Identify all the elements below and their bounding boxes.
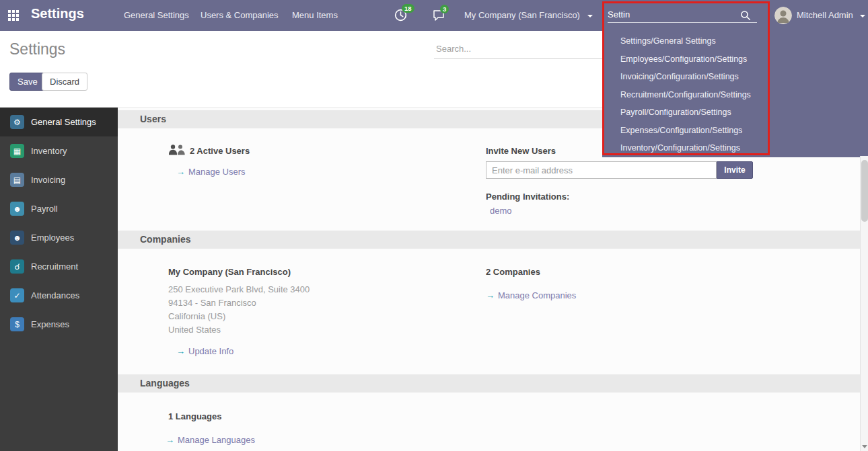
navbar-search-dropdown: Settings/General Settings Employees/Conf… — [602, 31, 868, 157]
top-navbar: Settings General Settings Users & Compan… — [0, 0, 868, 31]
messages-badge: 3 — [440, 5, 449, 13]
sidebar-item-label: Attendances — [31, 290, 79, 300]
active-users-count: 2 Active Users — [190, 146, 250, 156]
company-name: My Company (San Francisco) — [168, 267, 291, 277]
navbar-search-input[interactable] — [608, 5, 735, 23]
app-title[interactable]: Settings — [31, 6, 84, 22]
page-title: Settings — [9, 40, 65, 58]
company-switcher-label: My Company (San Francisco) — [464, 10, 580, 20]
sidebar-item-inventory[interactable]: ▦ Inventory — [0, 136, 118, 165]
company-switcher[interactable]: My Company (San Francisco) — [464, 0, 593, 31]
search-result[interactable]: Invoicing/Configuration/Settings — [602, 68, 868, 86]
menu-general-settings[interactable]: General Settings — [124, 0, 189, 31]
search-result[interactable]: Settings/General Settings — [602, 32, 868, 50]
invite-button[interactable]: Invite — [717, 161, 753, 179]
pending-invitation-demo-link[interactable]: demo — [490, 206, 512, 216]
sidebar-item-label: Recruitment — [31, 261, 78, 272]
invite-new-users-label: Invite New Users — [486, 146, 556, 156]
settings-content: Users 2 Active Users → Manage Users Invi… — [118, 108, 860, 451]
chevron-down-icon — [587, 15, 593, 17]
apps-menu-icon[interactable] — [8, 10, 19, 21]
sidebar-item-label: General Settings — [31, 117, 96, 127]
view-search-field — [434, 39, 608, 59]
chevron-down-icon — [860, 15, 865, 17]
gear-icon: ⚙ — [10, 115, 24, 129]
view-search-input[interactable] — [434, 39, 608, 58]
users-group-icon — [168, 144, 186, 158]
sidebar-item-attendances[interactable]: ✓ Attendances — [0, 281, 118, 310]
menu-menu-items[interactable]: Menu Items — [292, 0, 338, 31]
sidebar-item-employees[interactable]: ☻ Employees — [0, 223, 118, 252]
settings-sidebar: ⚙ General Settings ▦ Inventory ▤ Invoici… — [0, 108, 118, 451]
sidebar-item-label: Payroll — [31, 204, 58, 214]
navbar-search-underline — [608, 22, 757, 23]
scrollbar-thumb[interactable] — [861, 160, 868, 222]
company-address-line: 94134 - San Francisco — [168, 298, 256, 308]
invoicing-icon: ▤ — [10, 173, 24, 187]
attendances-icon: ✓ — [10, 288, 24, 302]
section-header-languages: Languages — [118, 374, 860, 393]
pending-invitations-label: Pending Invitations: — [486, 192, 569, 202]
sidebar-item-label: Invoicing — [31, 175, 65, 185]
menu-users-companies[interactable]: Users & Companies — [201, 0, 279, 31]
company-address-line: California (US) — [168, 311, 225, 321]
discard-button[interactable]: Discard — [42, 73, 87, 91]
search-icon[interactable] — [740, 10, 751, 24]
companies-count: 2 Companies — [486, 267, 540, 277]
company-address-line: 250 Executive Park Blvd, Suite 3400 — [168, 284, 310, 294]
search-result[interactable]: Expenses/Configuration/Settings — [602, 122, 868, 140]
arrow-right-icon: → — [176, 346, 185, 356]
employees-icon: ☻ — [10, 231, 24, 245]
invite-row: Invite — [486, 161, 753, 179]
company-address-line: United States — [168, 325, 221, 335]
avatar[interactable] — [774, 7, 792, 24]
sidebar-item-label: Inventory — [31, 146, 67, 156]
search-result[interactable]: Payroll/Configuration/Settings — [602, 104, 868, 122]
section-header-companies: Companies — [118, 231, 860, 249]
invite-email-input[interactable] — [486, 161, 717, 179]
sidebar-item-payroll[interactable]: ☻ Payroll — [0, 194, 118, 223]
manage-companies-link[interactable]: → Manage Companies — [486, 290, 576, 300]
activities-badge: 18 — [402, 4, 414, 13]
user-menu[interactable]: Mitchell Admin — [797, 0, 865, 31]
payroll-icon: ☻ — [10, 202, 24, 216]
user-name: Mitchell Admin — [797, 10, 853, 20]
sidebar-item-expenses[interactable]: $ Expenses — [0, 310, 118, 339]
search-result[interactable]: Recruitment/Configuration/Settings — [602, 86, 868, 104]
inventory-icon: ▦ — [10, 144, 24, 158]
recruitment-icon: ☌ — [10, 259, 24, 274]
manage-languages-link[interactable]: → Manage Languages — [166, 435, 255, 445]
sidebar-item-label: Expenses — [31, 319, 69, 329]
update-info-link[interactable]: → Update Info — [176, 346, 233, 356]
languages-count: 1 Languages — [168, 411, 221, 421]
arrow-right-icon: → — [166, 435, 174, 445]
search-result[interactable]: Inventory/Configuration/Settings — [602, 139, 868, 157]
save-button[interactable]: Save — [9, 73, 46, 91]
sidebar-item-general-settings[interactable]: ⚙ General Settings — [0, 108, 118, 136]
search-result[interactable]: Employees/Configuration/Settings — [602, 50, 868, 69]
messages-icon[interactable]: 3 — [433, 9, 445, 24]
expenses-icon: $ — [10, 317, 24, 331]
sidebar-item-invoicing[interactable]: ▤ Invoicing — [0, 165, 118, 194]
vertical-scrollbar[interactable] — [860, 156, 868, 451]
scrollbar-down-arrow[interactable] — [861, 442, 868, 451]
odoo-settings-screen: Settings General Settings Users & Compan… — [0, 0, 868, 451]
arrow-right-icon: → — [176, 167, 185, 177]
sidebar-item-label: Employees — [31, 233, 74, 243]
sidebar-item-recruitment[interactable]: ☌ Recruitment — [0, 252, 118, 281]
arrow-right-icon: → — [486, 290, 495, 300]
manage-users-link[interactable]: → Manage Users — [176, 167, 246, 177]
activities-icon[interactable]: 18 — [394, 9, 407, 24]
